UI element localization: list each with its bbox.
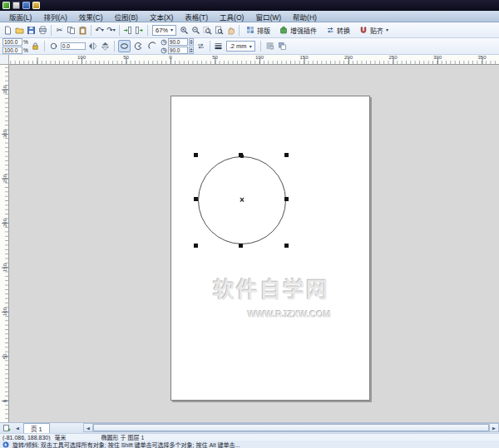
selection-handle-bottom-right[interactable] xyxy=(284,244,289,248)
scale-horizontal-input[interactable] xyxy=(2,38,22,46)
new-document-icon[interactable] xyxy=(12,2,20,9)
selection-handle-top-right[interactable] xyxy=(284,153,289,157)
previous-page-button[interactable]: ◀ xyxy=(13,423,22,433)
zoom-in-button[interactable] xyxy=(179,24,190,37)
selection-handle-bottom-left[interactable] xyxy=(194,244,198,248)
document-page[interactable]: 软件自学网 WWW.RJZXW.COM × xyxy=(170,96,370,401)
ruler-number: 200 xyxy=(0,214,9,231)
open-button[interactable] xyxy=(14,24,25,37)
layer-order-icon xyxy=(278,42,287,51)
menu-item[interactable]: 位图(B) xyxy=(109,11,144,22)
to-back-button[interactable] xyxy=(277,40,288,52)
ellipse-mode-button[interactable] xyxy=(118,40,131,52)
toolbar-separator xyxy=(44,41,45,52)
lock-ratio-button[interactable] xyxy=(30,40,41,52)
save-icon[interactable] xyxy=(22,2,30,9)
end-angle-spinner[interactable] xyxy=(189,47,194,54)
cut-button[interactable]: ✂ xyxy=(54,24,65,37)
zoom-level-combo[interactable]: 67% ▾ xyxy=(152,25,176,36)
toolbar-separator xyxy=(114,41,115,52)
zoom-in-icon xyxy=(180,26,189,35)
horizontal-ruler[interactable]: 10050050100150200250300350 xyxy=(9,55,499,65)
new-document-button[interactable] xyxy=(2,24,13,37)
scrollbar-thumb[interactable] xyxy=(93,424,489,431)
menu-item[interactable]: 窗口(W) xyxy=(250,11,287,22)
undo-button[interactable]: ↶▾ xyxy=(94,24,105,37)
convert-button[interactable]: 转换 xyxy=(322,24,354,37)
zoom-out-button[interactable] xyxy=(190,24,201,37)
ruler-number: 250 xyxy=(385,55,402,60)
paste-button[interactable] xyxy=(77,24,88,37)
mirror-horizontal-button[interactable] xyxy=(87,40,98,52)
percent-label: % xyxy=(23,47,28,53)
wrap-text-icon xyxy=(265,42,274,51)
import-button[interactable] xyxy=(122,24,133,37)
app-icon[interactable] xyxy=(2,2,10,9)
selection-handle-top-middle[interactable] xyxy=(239,153,243,157)
toolbar-separator xyxy=(119,25,120,36)
start-angle-spinner[interactable] xyxy=(189,38,194,46)
pie-mode-button[interactable] xyxy=(132,40,145,52)
magnet-snap-icon xyxy=(359,26,368,34)
start-angle-input[interactable] xyxy=(168,38,188,46)
zoom-selection-icon xyxy=(203,26,212,35)
selection-handle-middle-left[interactable] xyxy=(194,197,198,201)
wrap-text-button[interactable] xyxy=(264,40,275,52)
scale-vertical-input[interactable] xyxy=(2,47,22,54)
copy-button[interactable] xyxy=(66,24,77,37)
rotation-angle-input[interactable] xyxy=(61,42,86,50)
print-button[interactable] xyxy=(37,24,48,37)
toolbar-separator xyxy=(239,25,240,36)
zoom-to-page-button[interactable] xyxy=(214,24,225,37)
ruler-number: 300 xyxy=(0,126,9,142)
vertical-ruler[interactable]: 350300250200150100500 xyxy=(0,65,9,422)
menu-item[interactable]: 排列(A) xyxy=(37,11,72,22)
toolbar-separator xyxy=(91,25,91,36)
ruler-number: 100 xyxy=(73,55,90,60)
status-hint-text: 旋转/倾斜; 双击工具可选择所有对象; 按住 Shift 键单击可选择多个对象;… xyxy=(12,441,240,448)
dropdown-arrow-icon: ▾ xyxy=(170,27,173,32)
coreldraw-window: 版面(L)排列(A)效果(C)位图(B)文本(X)表格(T)工具(O)窗口(W)… xyxy=(0,0,499,448)
toolbar-separator xyxy=(210,41,210,52)
mirror-vertical-button[interactable] xyxy=(100,40,111,52)
menu-item[interactable]: 版面(L) xyxy=(3,11,37,22)
menu-item[interactable]: 工具(O) xyxy=(214,11,250,22)
selection-handle-top-left[interactable] xyxy=(194,153,198,157)
snap-to-button[interactable]: 贴齐 ▾ xyxy=(355,24,393,37)
selection-handle-bottom-middle[interactable] xyxy=(239,244,243,248)
rotation-icon-button[interactable] xyxy=(48,40,59,52)
drawing-canvas[interactable]: 软件自学网 WWW.RJZXW.COM × xyxy=(9,65,499,422)
end-angle-input[interactable] xyxy=(168,47,188,54)
arrange-button[interactable]: 排版 xyxy=(242,24,274,37)
selection-handle-middle-right[interactable] xyxy=(284,197,289,201)
save-button[interactable] xyxy=(26,24,37,37)
selection-info: 椭圆形 于 图层 1 xyxy=(101,433,145,441)
toolbar-separator xyxy=(147,25,148,36)
new-document-icon xyxy=(3,26,12,35)
pan-button[interactable] xyxy=(225,24,236,37)
change-direction-button[interactable] xyxy=(195,40,206,52)
menu-item[interactable]: 文本(X) xyxy=(144,11,179,22)
export-button[interactable] xyxy=(134,24,145,37)
undo-icon[interactable] xyxy=(32,2,40,9)
scroll-right-arrow[interactable]: ▶ xyxy=(489,424,498,431)
padlock-icon xyxy=(31,42,40,51)
ruler-origin-corner[interactable] xyxy=(0,55,9,65)
scroll-left-arrow[interactable]: ◀ xyxy=(84,424,93,431)
horizontal-scrollbar[interactable]: ◀ ▶ xyxy=(83,423,499,432)
outline-width-combo[interactable]: .2 mm ▾ xyxy=(226,41,255,52)
menu-item[interactable]: 帮助(H) xyxy=(287,11,323,22)
export-icon xyxy=(135,26,144,35)
ruler-number: 350 xyxy=(474,55,491,60)
redo-button[interactable]: ↷▾ xyxy=(106,24,116,37)
page-tab[interactable]: 页 1 xyxy=(23,423,50,433)
arc-mode-button[interactable] xyxy=(146,40,159,52)
plugins-button[interactable]: 增强插件 xyxy=(275,24,321,37)
zoom-to-selection-button[interactable] xyxy=(202,24,213,37)
open-folder-icon xyxy=(15,26,24,35)
titlebar xyxy=(0,0,499,11)
add-page-button[interactable] xyxy=(2,423,12,433)
plugins-button-label: 增强插件 xyxy=(290,26,317,35)
menu-item[interactable]: 表格(T) xyxy=(179,11,214,22)
menu-item[interactable]: 效果(C) xyxy=(73,11,109,22)
